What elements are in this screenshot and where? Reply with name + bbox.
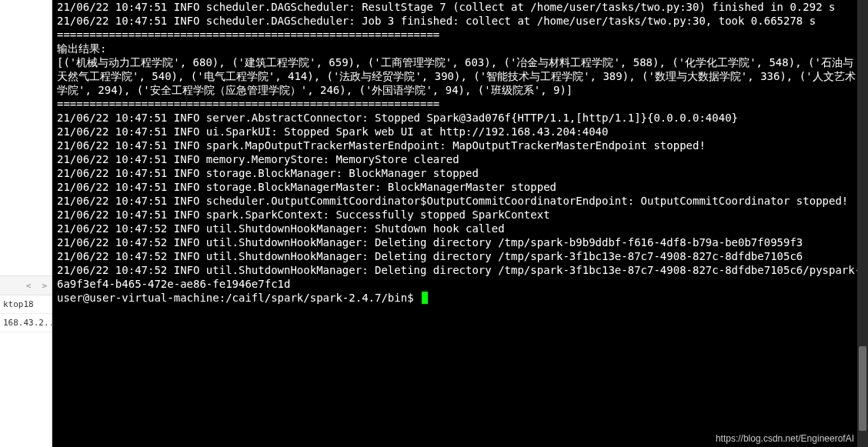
terminal-scrollbar-thumb[interactable] <box>859 346 866 431</box>
terminal-line: [('机械与动力工程学院', 680), ('建筑工程学院', 659), ('… <box>57 55 863 97</box>
terminal-output: 21/06/22 10:47:51 INFO scheduler.DAGSche… <box>57 0 863 291</box>
terminal-line: 21/06/22 10:47:52 INFO util.ShutdownHook… <box>57 249 863 263</box>
terminal-line: 21/06/22 10:47:51 INFO ui.SparkUI: Stopp… <box>57 125 863 138</box>
terminal-line: 21/06/22 10:47:51 INFO scheduler.DAGSche… <box>57 14 863 28</box>
terminal-line: 21/06/22 10:47:51 INFO spark.MapOutputTr… <box>57 138 863 152</box>
nav-next-icon[interactable]: > <box>42 281 47 291</box>
sidebar-nav-row: < > <box>0 275 52 295</box>
terminal-line: 21/06/22 10:47:52 INFO util.ShutdownHook… <box>57 222 863 235</box>
watermark-text: https://blog.csdn.net/EngineerofAI <box>716 433 854 444</box>
sidebar-item[interactable]: 168.43.2... <box>0 314 52 332</box>
sidebar-item[interactable]: ktop18 <box>0 295 52 314</box>
terminal-line: 21/06/22 10:47:51 INFO scheduler.OutputC… <box>57 194 863 208</box>
terminal-line: ========================================… <box>57 28 863 42</box>
terminal-prompt-line[interactable]: user@user-virtual-machine:/caifl/spark/s… <box>57 291 863 305</box>
terminal-line: 输出结果: <box>57 42 863 55</box>
nav-prev-icon[interactable]: < <box>26 281 32 291</box>
terminal-line: 21/06/22 10:47:51 INFO server.AbstractCo… <box>57 111 863 125</box>
terminal-line: ========================================… <box>57 97 863 111</box>
terminal-line: 21/06/22 10:47:51 INFO spark.SparkContex… <box>57 208 863 222</box>
terminal-line: 21/06/22 10:47:51 INFO scheduler.DAGSche… <box>57 0 863 14</box>
sidebar-empty-area <box>0 0 52 275</box>
terminal-line: 21/06/22 10:47:52 INFO util.ShutdownHook… <box>57 235 863 249</box>
terminal-scrollbar[interactable] <box>857 0 868 447</box>
terminal-window[interactable]: 21/06/22 10:47:51 INFO scheduler.DAGSche… <box>52 0 868 447</box>
file-browser-sidebar: < > ktop18 168.43.2... <box>0 0 52 447</box>
terminal-line: 21/06/22 10:47:52 INFO util.ShutdownHook… <box>57 263 863 291</box>
terminal-line: 21/06/22 10:47:51 INFO storage.BlockMana… <box>57 180 863 194</box>
terminal-line: 21/06/22 10:47:51 INFO memory.MemoryStor… <box>57 152 863 166</box>
terminal-prompt: user@user-virtual-machine:/caifl/spark/s… <box>57 291 420 305</box>
terminal-cursor <box>422 292 428 304</box>
terminal-line: 21/06/22 10:47:51 INFO storage.BlockMana… <box>57 166 863 180</box>
